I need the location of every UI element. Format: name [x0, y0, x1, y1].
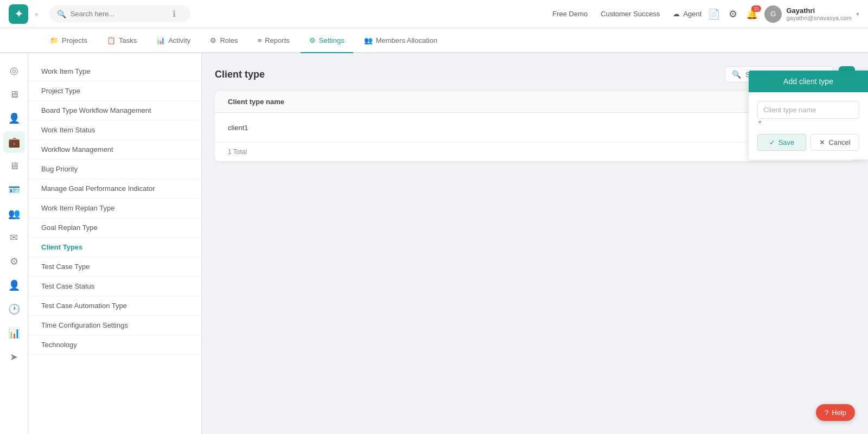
dropdown-icon: ▾ [856, 10, 859, 18]
sidebar-icon-briefcase[interactable]: 💼 [3, 131, 25, 153]
tab-tasks[interactable]: 📋 Tasks [98, 28, 145, 53]
sidebar-item-test-case-status[interactable]: Test Case Status [28, 277, 201, 296]
tab-activity[interactable]: 📊 Activity [148, 28, 199, 53]
sidebar-icon-mail[interactable]: ✉ [3, 227, 25, 248]
sidebar-icon-user2[interactable]: 👤 [3, 275, 25, 296]
save-check-icon: ✓ [769, 138, 775, 146]
reports-tab-icon: ≡ [258, 36, 262, 44]
client-type-name-cell: client1 [228, 124, 755, 132]
sidebar-icon-card[interactable]: 🪪 [3, 179, 25, 201]
topbar-icons: 📄 ⚙ 🔔 31 [708, 8, 758, 20]
sidebar-icons: ◎ 🖥 👤 💼 🖥 🪪 👥 ✉ ⚙ 👤 🕐 📊 ➤ [0, 53, 28, 434]
total-count: 1 Total [228, 148, 247, 156]
roles-tab-icon: ⚙ [210, 36, 216, 44]
sidebar-item-work-item-status[interactable]: Work Item Status [28, 120, 201, 140]
customer-success-link[interactable]: Customer Success [601, 10, 660, 18]
user-email: gayathri@snavasya.com [786, 15, 852, 21]
notification-button[interactable]: 🔔 31 [746, 8, 758, 20]
sidebar-icon-send[interactable]: ➤ [3, 346, 25, 368]
sidebar-icon-desktop[interactable]: 🖥 [3, 155, 25, 177]
tab-members-allocation[interactable]: 👥 Members Allocation [355, 28, 446, 53]
add-panel-body: * ✓ Save ✕ Cancel [749, 92, 868, 159]
app-logo[interactable]: ✦ [9, 4, 28, 24]
free-demo-link[interactable]: Free Demo [552, 10, 588, 18]
sidebar-icon-report[interactable]: 📊 [3, 322, 25, 344]
sidebar-icon-group[interactable]: 👥 [3, 203, 25, 225]
sidebar-item-test-case-automation[interactable]: Test Case Automation Type [28, 296, 201, 316]
sidebar-item-technology[interactable]: Technology [28, 335, 201, 355]
settings-sidebar: Work Item Type Project Type Board Type W… [28, 53, 202, 434]
tab-projects[interactable]: 📁 Projects [41, 28, 96, 53]
topbar: ✦ » 🔍 ℹ Free Demo Customer Success ☁ Age… [0, 0, 868, 28]
required-indicator: * [758, 119, 761, 127]
sidebar-icon-monitor[interactable]: 🖥 [3, 84, 25, 105]
user-menu[interactable]: G Gayathri gayathri@snavasya.com ▾ [764, 5, 859, 23]
members-tab-icon: 👥 [364, 36, 373, 44]
settings-tab-icon: ⚙ [309, 36, 316, 44]
global-search[interactable]: 🔍 ℹ [49, 5, 190, 22]
tab-reports[interactable]: ≡ Reports [249, 28, 298, 53]
expand-icon[interactable]: » [35, 10, 39, 18]
sidebar-item-time-config[interactable]: Time Configuration Settings [28, 316, 201, 335]
sidebar-item-test-case-type[interactable]: Test Case Type [28, 257, 201, 277]
add-client-type-panel: Add client type * ✓ Save ✕ Cancel [749, 71, 868, 159]
search-icon: 🔍 [57, 10, 66, 18]
sidebar-icon-settings[interactable]: ⚙ [3, 251, 25, 272]
save-button[interactable]: ✓ Save [757, 134, 806, 151]
sidebar-item-goal-replan[interactable]: Goal Replan Type [28, 218, 201, 238]
add-panel-header: Add client type [749, 71, 868, 92]
tasks-tab-icon: 📋 [107, 36, 116, 44]
info-icon[interactable]: ℹ [173, 9, 176, 19]
notification-badge: 31 [751, 5, 761, 12]
sidebar-icon-clock[interactable]: 🕐 [3, 298, 25, 320]
document-button[interactable]: 📄 [708, 8, 720, 20]
help-button[interactable]: ? Help [816, 404, 855, 421]
cancel-x-icon: ✕ [819, 138, 825, 146]
cloud-icon: ☁ [673, 10, 680, 18]
sidebar-item-client-types[interactable]: Client Types [28, 238, 201, 257]
search-box-icon: 🔍 [732, 70, 741, 79]
projects-tab-icon: 📁 [50, 36, 59, 44]
sidebar-item-project-type[interactable]: Project Type [28, 81, 201, 101]
sidebar-icon-dashboard[interactable]: ◎ [3, 60, 25, 81]
help-icon: ? [825, 409, 828, 417]
search-input[interactable] [71, 10, 168, 18]
sidebar-item-work-item-type[interactable]: Work Item Type [28, 62, 201, 81]
cancel-button[interactable]: ✕ Cancel [810, 134, 859, 151]
agent-link[interactable]: ☁ Agent [673, 10, 701, 18]
col-client-type-name-header: Client type name [228, 98, 755, 106]
sidebar-icon-user[interactable]: 👤 [3, 107, 25, 129]
page-title: Client type [215, 69, 265, 80]
settings-button[interactable]: ⚙ [729, 8, 737, 20]
sidebar-item-goal-performance[interactable]: Manage Goal Performance Indicator [28, 179, 201, 199]
tab-roles[interactable]: ⚙ Roles [201, 28, 246, 53]
avatar: G [764, 5, 782, 23]
sidebar-item-workflow[interactable]: Workflow Management [28, 140, 201, 159]
user-name: Gayathri [786, 7, 852, 15]
sidebar-item-board-type[interactable]: Board Type Workflow Management [28, 101, 201, 120]
sidebar-item-work-item-replan[interactable]: Work Item Replan Type [28, 199, 201, 218]
topbar-nav: Free Demo Customer Success ☁ Agent [552, 10, 701, 18]
client-type-name-input[interactable] [757, 101, 859, 119]
sidebar-item-bug-priority[interactable]: Bug Priority [28, 159, 201, 179]
nav-tabs: 📁 Projects 📋 Tasks 📊 Activity ⚙ Roles ≡ … [0, 28, 868, 53]
activity-tab-icon: 📊 [156, 36, 165, 44]
add-panel-actions: ✓ Save ✕ Cancel [757, 134, 859, 151]
tab-settings[interactable]: ⚙ Settings [301, 28, 353, 53]
main-layout: ◎ 🖥 👤 💼 🖥 🪪 👥 ✉ ⚙ 👤 🕐 📊 ➤ Work Item Type… [0, 53, 868, 434]
